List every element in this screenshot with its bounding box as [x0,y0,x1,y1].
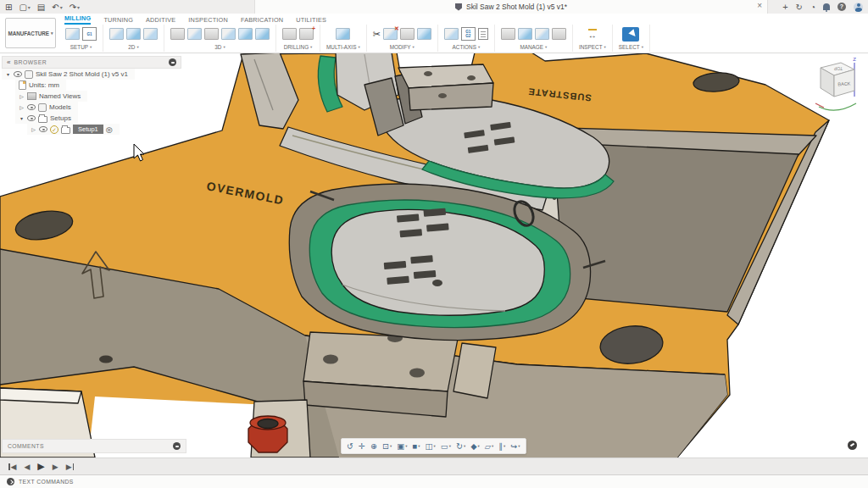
skip-to-end-button[interactable]: ▶ [66,463,74,471]
caret-icon: ▾ [413,45,415,49]
parallel-icon[interactable] [238,28,253,40]
skip-to-start-button[interactable]: ◀ [8,463,16,471]
ground-plane-icon[interactable]: ▱▾ [485,440,494,452]
edit-points-icon[interactable] [417,28,431,40]
visibility-eye-icon[interactable] [39,126,47,132]
comments-title: COMMENTS [8,443,44,449]
expand-icon[interactable]: ▷ [19,104,25,110]
grid-icon[interactable]: ▭▾ [441,440,451,452]
select-icon[interactable] [622,27,639,42]
section-icon[interactable]: ↪▾ [510,440,520,452]
pan-icon[interactable]: ✛ [359,440,365,452]
post-process-icon[interactable] [444,28,459,40]
steep-and-shallow-icon[interactable] [221,28,236,40]
document-tab[interactable]: Skil Saw 2 Shot Mold (1) v5 v1* × [254,0,768,14]
measure-nav-icon[interactable]: ∥▾ [498,440,505,452]
tool-change-icon[interactable] [400,28,415,40]
named-views-label[interactable]: Named Views [39,92,81,100]
3d-adaptive-icon[interactable] [170,28,185,40]
text-commands-icon [7,478,14,485]
tab-fabrication[interactable]: FABRICATION [241,16,283,25]
2d-pocket-icon[interactable] [143,28,158,40]
browser-row-models[interactable]: ▷ Models [15,102,78,113]
text-commands-bar[interactable]: TEXT COMMANDS [0,474,868,488]
step-forward-button[interactable]: ▶ [53,463,58,471]
drill-add-icon[interactable]: + [299,28,314,40]
tab-additive[interactable]: ADDITIVE [146,16,175,25]
3d-pocket-icon[interactable] [187,28,202,40]
ncprogram-icon[interactable]: G1 [82,27,97,41]
zoom-window-icon[interactable]: ⊡▾ [382,440,392,452]
viewcube[interactable]: Z TOP BACK [810,54,865,119]
gcode-editor-icon[interactable]: G1G2 [461,27,476,41]
display-settings-icon[interactable]: ▣▾ [397,440,407,452]
refresh-icon[interactable]: ↻▾ [456,440,465,452]
trim-icon[interactable]: ✂ [373,28,381,40]
user-avatar[interactable] [854,3,863,12]
play-button[interactable]: ▶ [37,461,44,472]
zoom-icon[interactable]: ⊕ [370,440,377,452]
visual-style-icon[interactable]: ■▾ [412,440,420,452]
setup1-selected-label[interactable]: Setup1 [73,125,103,134]
browser-row-root[interactable]: ▾ Skil Saw 2 Shot Mold (1) v5 v1 [2,69,135,80]
visibility-eye-icon[interactable] [27,115,36,121]
app-grid-icon[interactable]: ⊞ [5,3,12,12]
visibility-eye-icon[interactable] [14,71,22,77]
job-status-icon[interactable]: ◔ [810,3,815,12]
delete-toolpath-icon[interactable]: ✕ [383,28,398,40]
feedback-button[interactable] [848,441,857,450]
browser-row-units[interactable]: Units: mm [15,80,66,91]
browser-settings-icon[interactable] [169,58,176,66]
spiral-icon[interactable] [255,28,270,40]
drill-icon[interactable] [282,28,297,40]
caret-icon: ▾ [642,45,643,49]
undo-button[interactable]: ↶▾ [52,3,62,12]
tab-utilities[interactable]: UTILITIES [296,16,326,25]
new-tab-button[interactable]: + [782,2,787,12]
wcs-target-icon[interactable]: ◎ [106,125,113,134]
close-tab-button[interactable]: × [757,1,762,10]
collapse-icon[interactable]: « [7,58,10,66]
viewports-icon[interactable]: ◫▾ [425,440,435,452]
browser-row-named-views[interactable]: ▷ Named Views [15,91,87,102]
comments-expand-icon[interactable] [173,442,181,450]
comments-bar[interactable]: COMMENTS [2,439,186,453]
sync-icon[interactable]: ↻ [796,3,803,12]
setups-label[interactable]: Setups [50,114,71,122]
workspace-switcher[interactable]: MANUFACTURE▾ [5,18,56,48]
file-menu-button[interactable]: ▢▾ [19,3,30,12]
models-label[interactable]: Models [49,103,71,111]
redo-button[interactable]: ↷▾ [70,3,80,12]
new-setup-icon[interactable] [65,28,80,40]
expand-icon[interactable]: ▾ [19,115,25,121]
machine-library-icon[interactable] [518,28,532,40]
swarf-icon[interactable] [336,28,350,40]
expand-icon[interactable]: ▷ [19,93,25,99]
tab-milling[interactable]: MILLING [64,14,91,25]
quick-access-toolbar: ⊞ ▢▾ ▤ ↶▾ ↷▾ [5,0,80,14]
expand-icon[interactable]: ▷ [31,126,36,132]
expand-icon[interactable]: ▾ [5,71,11,77]
units-label[interactable]: Units: mm [29,81,59,89]
post-library-icon[interactable] [535,28,549,40]
2d-adaptive-icon[interactable] [126,28,141,40]
step-back-button[interactable]: ◀ [24,463,30,471]
save-button[interactable]: ▤ [37,3,45,12]
browser-row-setups[interactable]: ▾ Setups [15,113,78,124]
browser-root-label[interactable]: Skil Saw 2 Shot Mold (1) v5 v1 [36,70,128,78]
face-icon[interactable] [109,28,124,40]
template-library-icon[interactable] [552,28,566,40]
3d-contour-icon[interactable] [204,28,219,40]
tab-inspection[interactable]: INSPECTION [188,16,228,25]
browser-row-setup1[interactable]: ▷ ✓ Setup1 ◎ [27,124,120,135]
help-icon[interactable]: ? [837,3,846,11]
visibility-eye-icon[interactable] [27,104,36,110]
appearance-icon[interactable]: ◆▾ [470,440,480,452]
orbit-icon[interactable]: ↺ [347,440,353,452]
tab-turning[interactable]: TURNING [103,16,133,25]
notifications-icon[interactable] [823,3,830,10]
measure-icon[interactable]: ↔ [588,29,597,40]
setup-sheet-icon[interactable] [478,28,488,40]
browser-header[interactable]: « BROWSER [2,56,181,69]
tool-library-icon[interactable] [501,28,515,40]
